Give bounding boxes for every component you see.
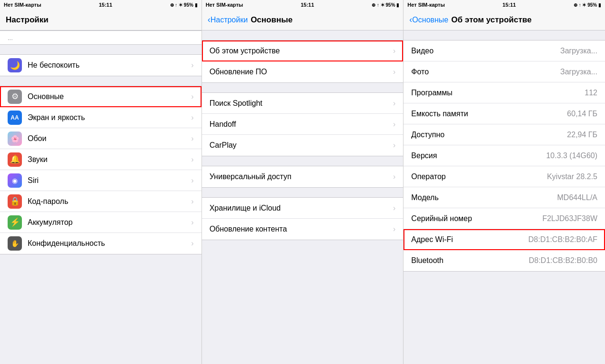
panel-1-header: Настройки: [0, 10, 202, 30]
model-label: Модель: [411, 193, 438, 202]
bluetooth-label: Bluetooth: [411, 256, 444, 265]
settings-item-privacy[interactable]: ✋ Конфиденциальность ›: [0, 233, 202, 254]
panel-2-content[interactable]: Об этом устройстве › Обновление ПО › Пои…: [202, 30, 403, 364]
dnd-label: Не беспокоить: [28, 61, 191, 70]
settings-item-display[interactable]: AA Экран и яркость ›: [0, 107, 202, 128]
about-chevron: ›: [393, 47, 395, 55]
general-chevron: ›: [191, 92, 193, 101]
serial-value: F2LJD63JF38W: [542, 214, 597, 223]
update-label: Обновление ПО: [210, 68, 393, 76]
passcode-icon: 🔒: [8, 194, 22, 209]
settings-item-passcode[interactable]: 🔒 Код-пароль ›: [0, 191, 202, 212]
photo-label: Фото: [411, 68, 429, 76]
wallpaper-label: Обои: [28, 134, 191, 143]
status-bars: Нет SIM-карты 15:11 ⊕ ↑ ✶ 95% ▮ Нет SIM-…: [0, 0, 605, 10]
bluetooth-value: D8:D1:CB:B2:B0:B0: [529, 256, 597, 265]
detail-version: Версия 10.3.3 (14G60): [403, 145, 605, 166]
bgrefresh-chevron: ›: [393, 225, 395, 233]
serial-label: Серийный номер: [411, 214, 472, 223]
dnd-icon: 🌙: [8, 58, 22, 72]
panel-3-content: Видео Загрузка... Фото Загрузка... Прогр…: [403, 30, 605, 364]
siri-chevron: ›: [191, 176, 193, 185]
general-group-2: Поиск Spotlight › Handoff › CarPlay ›: [202, 92, 403, 156]
detail-wifi: Адрес Wi-Fi D8:D1:CB:B2:B0:AF: [403, 229, 605, 250]
update-chevron: ›: [393, 68, 395, 76]
capacity-value: 60,14 ГБ: [567, 110, 597, 118]
icons-2: ⊕ ↑ ✶ 95% ▮: [372, 2, 399, 8]
about-label: Об этом устройстве: [210, 47, 393, 55]
video-value: Загрузка...: [560, 47, 597, 55]
general-item-update[interactable]: Обновление ПО ›: [202, 61, 403, 82]
icloud-label: Хранилище и iCloud: [210, 204, 393, 212]
wallpaper-icon: 🌸: [8, 131, 22, 146]
general-group-4: Хранилище и iCloud › Обновление контента…: [202, 197, 403, 240]
battery-label: Аккумулятор: [28, 218, 191, 227]
passcode-chevron: ›: [191, 197, 193, 206]
handoff-label: Handoff: [210, 120, 393, 129]
general-icon: ⚙: [8, 90, 22, 104]
video-label: Видео: [411, 47, 434, 55]
detail-apps: Программы 112: [403, 82, 605, 103]
panel-general: ‹ Настройки Основные Об этом устройстве …: [202, 10, 404, 364]
privacy-label: Конфиденциальность: [28, 239, 191, 248]
apps-label: Программы: [411, 89, 452, 97]
sounds-label: Звуки: [28, 155, 191, 164]
panel-about: ‹ Основные Об этом устройстве Видео Загр…: [403, 10, 605, 364]
detail-capacity: Емкость памяти 60,14 ГБ: [403, 103, 605, 124]
wallpaper-chevron: ›: [191, 134, 193, 143]
general-item-spotlight[interactable]: Поиск Spotlight ›: [202, 93, 403, 114]
battery-icon: ⚡: [8, 215, 22, 230]
general-group-3: Универсальный доступ ›: [202, 166, 403, 188]
panels: Настройки ... 🌙 Не беспокоить › ⚙ Основн…: [0, 10, 605, 364]
version-value: 10.3.3 (14G60): [546, 152, 597, 160]
general-item-handoff[interactable]: Handoff ›: [202, 114, 403, 135]
settings-item-sounds[interactable]: 🔔 Звуки ›: [0, 149, 202, 170]
accessibility-chevron: ›: [393, 172, 395, 181]
status-bar-1: Нет SIM-карты 15:11 ⊕ ↑ ✶ 95% ▮: [0, 0, 202, 10]
time-2: 15:11: [301, 2, 314, 8]
settings-group-1: 🌙 Не беспокоить ›: [0, 54, 202, 76]
settings-item-general[interactable]: ⚙ Основные ›: [0, 86, 202, 107]
panel-2-header: ‹ Настройки Основные: [202, 10, 403, 30]
icons-1: ⊕ ↑ ✶ 95% ▮: [170, 2, 198, 8]
display-label: Экран и яркость: [28, 113, 191, 122]
spotlight-chevron: ›: [393, 99, 395, 108]
partial-top-item: ...: [0, 30, 202, 45]
spotlight-label: Поиск Spotlight: [210, 99, 393, 108]
passcode-label: Код-пароль: [28, 197, 191, 206]
siri-icon: ◉: [8, 173, 22, 188]
accessibility-label: Универсальный доступ: [210, 172, 393, 181]
detail-carrier: Оператор Kyivstar 28.2.5: [403, 166, 605, 187]
general-item-accessibility[interactable]: Универсальный доступ ›: [202, 166, 403, 187]
panel-1-title: Настройки: [6, 15, 49, 25]
panel-3-back-link[interactable]: Основные: [412, 16, 448, 24]
available-value: 22,94 ГБ: [567, 131, 597, 139]
wifi-value: D8:D1:CB:B2:B0:AF: [528, 235, 597, 244]
time-3: 15:11: [503, 2, 516, 8]
panel-2-back-link[interactable]: Настройки: [211, 16, 248, 24]
carrier-value: Kyivstar 28.2.5: [547, 172, 597, 181]
status-bar-2: Нет SIM-карты 15:11 ⊕ ↑ ✶ 95% ▮: [202, 0, 404, 10]
battery-chevron: ›: [191, 218, 193, 227]
about-details-group: Видео Загрузка... Фото Загрузка... Прогр…: [403, 40, 605, 272]
photo-value: Загрузка...: [560, 68, 597, 76]
general-item-bgrefresh[interactable]: Обновление контента ›: [202, 219, 403, 240]
general-item-icloud[interactable]: Хранилище и iCloud ›: [202, 198, 403, 219]
panel-2-title: Основные: [251, 15, 292, 25]
settings-item-siri[interactable]: ◉ Siri ›: [0, 170, 202, 191]
general-label: Основные: [28, 92, 191, 101]
general-item-carplay[interactable]: CarPlay ›: [202, 135, 403, 156]
general-item-about[interactable]: Об этом устройстве ›: [202, 40, 403, 61]
carrier-3: Нет SIM-карты: [407, 2, 445, 8]
bgrefresh-label: Обновление контента: [210, 225, 393, 233]
detail-video: Видео Загрузка...: [403, 40, 605, 61]
settings-item-dnd[interactable]: 🌙 Не беспокоить ›: [0, 55, 202, 76]
version-label: Версия: [411, 152, 437, 160]
apps-value: 112: [585, 89, 597, 97]
display-icon: AA: [8, 111, 22, 125]
settings-item-wallpaper[interactable]: 🌸 Обои ›: [0, 128, 202, 149]
general-group-1: Об этом устройстве › Обновление ПО ›: [202, 40, 403, 83]
model-value: MD644LL/A: [557, 193, 598, 202]
panel-1-content[interactable]: ... 🌙 Не беспокоить › ⚙ Основные › AA: [0, 30, 202, 364]
settings-item-battery[interactable]: ⚡ Аккумулятор ›: [0, 212, 202, 233]
